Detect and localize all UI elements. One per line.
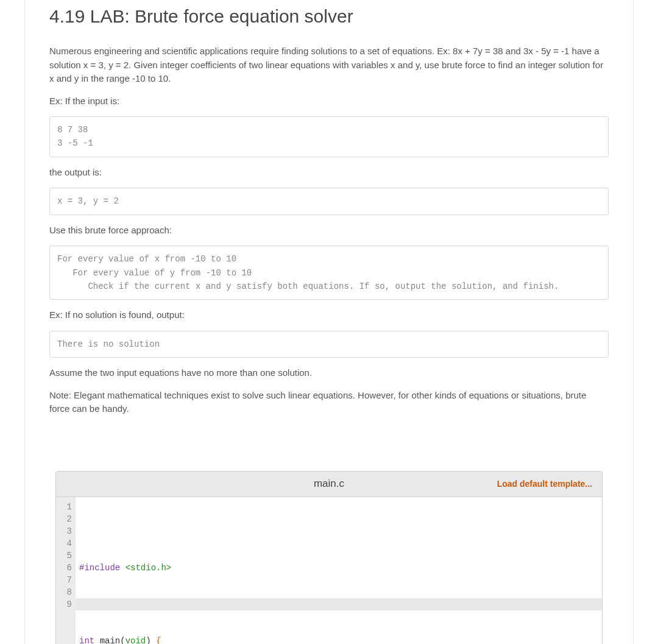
approach-block: For every value of x from -10 to 10 For … <box>49 246 609 300</box>
output-label: the output is: <box>49 166 609 180</box>
intro-paragraph: Numerous engineering and scientific appl… <box>49 44 609 86</box>
editor-header: main.c Load default template... <box>56 472 602 497</box>
code-line[interactable]: #include <stdio.h> <box>79 562 602 574</box>
load-default-template-link[interactable]: Load default template... <box>497 478 592 490</box>
code-editor: main.c Load default template... 1 2 3 4 … <box>55 471 603 644</box>
line-number: 6 <box>62 562 72 574</box>
note-paragraph: Note: Elegant mathematical techniques ex… <box>49 389 609 416</box>
example-output-block: x = 3, y = 2 <box>49 188 609 214</box>
no-solution-block: There is no solution <box>49 331 609 358</box>
line-number: 1 <box>62 501 72 513</box>
example-input-label: Ex: If the input is: <box>49 94 609 108</box>
editor-body[interactable]: 1 2 3 4 5 6 7 8 9 #include <stdio.h> int… <box>56 497 602 644</box>
line-number: 5 <box>62 550 72 562</box>
line-number: 8 <box>62 586 72 598</box>
line-number: 9 <box>62 598 72 610</box>
lab-card: 4.19 LAB: Brute force equation solver Nu… <box>24 0 634 644</box>
code-line[interactable]: int main(void) { <box>79 635 602 644</box>
example-input-block: 8 7 38 3 -5 -1 <box>49 116 609 157</box>
page-title: 4.19 LAB: Brute force equation solver <box>49 0 609 30</box>
code-area[interactable]: #include <stdio.h> int main(void) { /* T… <box>76 497 602 644</box>
line-number: 2 <box>62 513 72 525</box>
editor-gutter: 1 2 3 4 5 6 7 8 9 <box>56 497 76 644</box>
line-number: 3 <box>62 525 72 537</box>
editor-filename: main.c <box>314 476 344 492</box>
approach-label: Use this brute force approach: <box>49 224 609 238</box>
assume-paragraph: Assume the two input equations have no m… <box>49 366 609 380</box>
code-line[interactable] <box>79 598 602 610</box>
line-number: 4 <box>62 537 72 550</box>
no-solution-label: Ex: If no solution is found, output: <box>49 308 609 322</box>
line-number: 7 <box>62 574 72 586</box>
